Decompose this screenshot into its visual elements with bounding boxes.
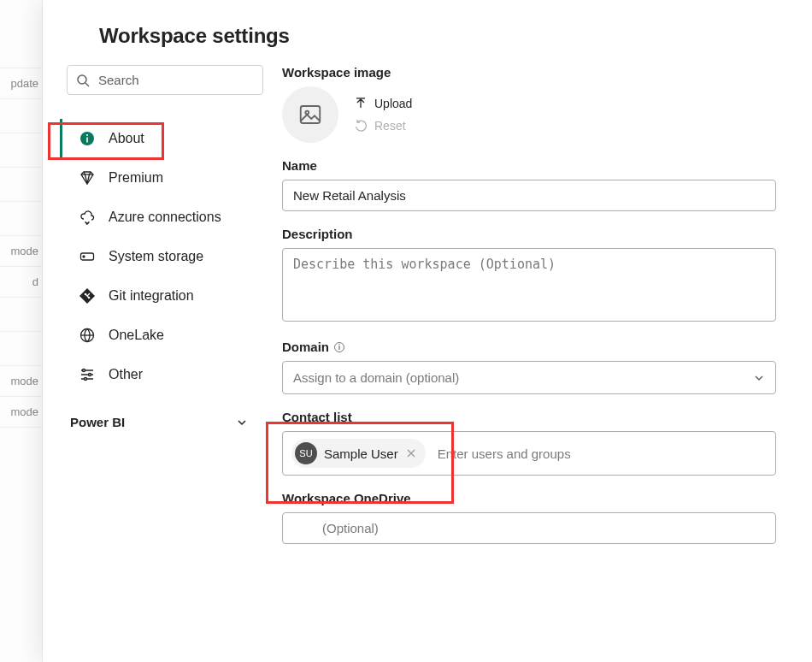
storage-icon [78,247,97,266]
field-label-description: Description [282,227,776,241]
background-clipped-list: pdate mode d mode mode [0,0,43,662]
nav-item-azure[interactable]: Azure connections [60,198,256,237]
svg-point-0 [78,75,86,84]
name-input[interactable] [282,180,776,211]
svg-point-17 [85,378,87,381]
nav-item-git[interactable]: Git integration [60,276,256,316]
field-label-onedrive: Workspace OneDrive [282,491,776,505]
onedrive-input[interactable] [282,512,776,544]
search-input[interactable] [97,72,262,88]
chip-name: Sample User [324,446,398,461]
field-label-contact: Contact list [282,410,776,424]
sidebar: About Premium Azure connections [60,65,274,559]
svg-point-15 [83,369,85,372]
field-label-domain: Domain i [282,340,776,354]
info-icon: i [334,342,344,352]
upload-button[interactable]: Upload [354,97,412,110]
sliders-icon [78,365,97,384]
chevron-down-icon [236,417,248,429]
nav-label: System storage [109,249,203,264]
nav-item-storage[interactable]: System storage [60,237,256,276]
svg-rect-18 [301,106,321,123]
avatar: SU [295,442,317,464]
cloud-icon [78,208,97,227]
search-input-container[interactable] [67,65,263,95]
nav-label: Premium [109,170,163,186]
contact-list-input[interactable]: SU Sample User [282,431,776,476]
contact-input[interactable] [436,446,767,462]
remove-chip-button[interactable] [405,449,417,458]
settings-panel: Workspace settings Abou [43,0,812,662]
chevron-down-icon [753,372,765,384]
workspace-image-section: Workspace image Upload [282,65,776,143]
nav-item-premium[interactable]: Premium [60,158,256,198]
page-title: Workspace settings [99,24,785,48]
domain-select[interactable]: Assign to a domain (optional) [282,361,776,394]
nav-item-onelake[interactable]: OneLake [60,316,256,355]
field-label-image: Workspace image [282,65,776,80]
field-label-name: Name [282,158,776,173]
svg-line-1 [85,83,89,86]
workspace-image-placeholder[interactable] [282,86,338,143]
svg-point-16 [89,374,91,376]
nav-label: Azure connections [109,210,221,225]
nav-item-other[interactable]: Other [60,355,256,394]
nav-label: Other [109,367,143,382]
nav-label: OneLake [109,328,164,343]
section-label: Power BI [70,415,125,429]
reset-icon [354,119,368,133]
svg-point-6 [83,256,85,257]
info-icon [78,129,97,148]
image-icon [297,102,323,127]
section-power-bi[interactable]: Power BI [60,394,256,438]
nav-label: Git integration [109,288,194,304]
search-icon [76,74,90,87]
git-icon [78,287,97,305]
nav-label: About [109,131,144,146]
nav-list: About Premium Azure connections [60,119,256,394]
svg-rect-3 [86,138,88,143]
content-pane: Workspace image Upload [274,65,785,559]
upload-icon [354,97,368,110]
nav-item-about[interactable]: About [60,119,256,158]
svg-point-4 [86,134,88,136]
reset-button: Reset [354,119,412,133]
onelake-icon [78,326,97,345]
description-input[interactable] [282,248,776,322]
user-chip: SU Sample User [291,439,426,468]
diamond-icon [78,168,97,187]
